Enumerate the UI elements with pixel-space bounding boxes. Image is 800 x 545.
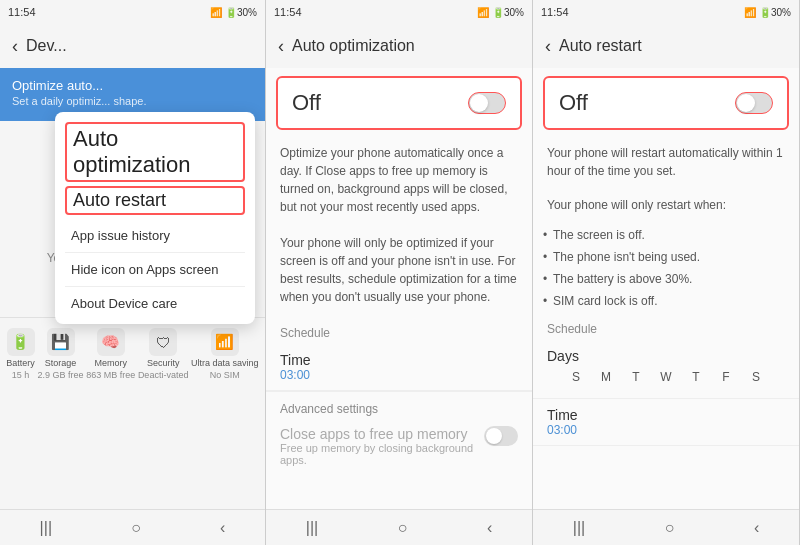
time-value-3: 03:00 bbox=[547, 423, 785, 437]
days-setting-3[interactable]: Days S M T W T F S bbox=[533, 340, 799, 399]
close-apps-sub: Free up memory by closing background app… bbox=[280, 442, 484, 466]
status-time-1: 11:54 bbox=[8, 6, 36, 18]
security-icon: 🛡 bbox=[149, 328, 177, 356]
top-bar-title-3: Auto restart bbox=[559, 37, 642, 55]
back-arrow-1[interactable]: ‹ bbox=[12, 36, 18, 57]
toggle-label-3: Off bbox=[559, 90, 588, 116]
day-S2: S bbox=[746, 370, 766, 384]
memory-label: Memory bbox=[94, 358, 127, 368]
dropdown-main-title: Auto optimization bbox=[73, 126, 190, 177]
security-label: Security bbox=[147, 358, 180, 368]
nav-recent-2[interactable]: ||| bbox=[306, 519, 318, 537]
memory-icon: 🧠 bbox=[97, 328, 125, 356]
nav-recent-1[interactable]: ||| bbox=[40, 519, 52, 537]
storage-icon: 💾 bbox=[47, 328, 75, 356]
description-2: Optimize your phone automatically once a… bbox=[266, 138, 532, 316]
bottom-icon-datasaving[interactable]: 📶 Ultra data saving No SIM bbox=[191, 328, 259, 380]
day-F: F bbox=[716, 370, 736, 384]
time-label-2: Time bbox=[280, 352, 518, 368]
nav-recent-3[interactable]: ||| bbox=[573, 519, 585, 537]
status-bar-1: 11:54 📶 🔋30% bbox=[0, 0, 265, 24]
back-arrow-2[interactable]: ‹ bbox=[278, 36, 284, 57]
nav-back-2[interactable]: ‹ bbox=[487, 519, 492, 537]
bottom-icon-security[interactable]: 🛡 Security Deacti-vated bbox=[138, 328, 189, 380]
status-bar-2: 11:54 📶 🔋30% bbox=[266, 0, 532, 24]
panel-2: 11:54 📶 🔋30% ‹ Auto optimization Off Opt… bbox=[266, 0, 533, 545]
nav-home-2[interactable]: ○ bbox=[398, 519, 408, 537]
day-T1: T bbox=[626, 370, 646, 384]
toggle-row-3: Off bbox=[543, 76, 789, 130]
nav-bar-3: ||| ○ ‹ bbox=[533, 509, 799, 545]
blue-header-sub: Set a daily optimiz... shape. bbox=[12, 95, 253, 107]
nav-back-3[interactable]: ‹ bbox=[754, 519, 759, 537]
storage-sub: 2.9 GB free bbox=[38, 370, 84, 380]
day-T2: T bbox=[686, 370, 706, 384]
time-label-3: Time bbox=[547, 407, 785, 423]
bullet-2: The battery is above 30%. bbox=[533, 268, 799, 290]
top-bar-title-2: Auto optimization bbox=[292, 37, 415, 55]
schedule-header-3: Schedule bbox=[533, 312, 799, 340]
toggle-switch-2[interactable] bbox=[468, 92, 506, 114]
advanced-header-2: Advanced settings bbox=[280, 402, 518, 416]
panel-1: 11:54 📶 🔋30% ‹ Dev... Auto optimization … bbox=[0, 0, 266, 545]
storage-label: Storage bbox=[45, 358, 77, 368]
battery-icon: 🔋 bbox=[7, 328, 35, 356]
memory-sub: 863 MB free bbox=[86, 370, 135, 380]
close-apps-switch[interactable] bbox=[484, 426, 518, 446]
status-time-2: 11:54 bbox=[274, 6, 302, 18]
description-3b: Your phone will only restart when: bbox=[533, 190, 799, 224]
dropdown-menu: Auto optimization Auto restart App issue… bbox=[55, 112, 255, 324]
panel-3: 11:54 📶 🔋30% ‹ Auto restart Off Your pho… bbox=[533, 0, 800, 545]
top-bar-1: ‹ Dev... bbox=[0, 24, 265, 68]
days-label-3: Days bbox=[547, 348, 785, 364]
time-setting-2[interactable]: Time 03:00 bbox=[266, 344, 532, 391]
top-bar-3: ‹ Auto restart bbox=[533, 24, 799, 68]
toggle-switch-3[interactable] bbox=[735, 92, 773, 114]
nav-bar-1: ||| ○ ‹ bbox=[0, 509, 265, 545]
battery-sub: 15 h bbox=[12, 370, 30, 380]
nav-bar-2: ||| ○ ‹ bbox=[266, 509, 532, 545]
top-bar-title-1: Dev... bbox=[26, 37, 67, 55]
time-value-2: 03:00 bbox=[280, 368, 518, 382]
status-icons-3: 📶 🔋30% bbox=[744, 7, 791, 18]
dropdown-item-0[interactable]: App issue history bbox=[55, 219, 255, 252]
status-time-3: 11:54 bbox=[541, 6, 569, 18]
nav-home-3[interactable]: ○ bbox=[665, 519, 675, 537]
advanced-section-2: Advanced settings Close apps to free up … bbox=[266, 391, 532, 476]
battery-label: Battery bbox=[6, 358, 35, 368]
panel1-content: Auto optimization Auto restart App issue… bbox=[0, 68, 265, 509]
day-M: M bbox=[596, 370, 616, 384]
bottom-icon-memory[interactable]: 🧠 Memory 863 MB free bbox=[86, 328, 135, 380]
bullet-1: The phone isn't being used. bbox=[533, 246, 799, 268]
day-W: W bbox=[656, 370, 676, 384]
status-icons-2: 📶 🔋30% bbox=[477, 7, 524, 18]
bullet-0: The screen is off. bbox=[533, 224, 799, 246]
description-3a: Your phone will restart automatically wi… bbox=[533, 138, 799, 190]
dropdown-sub-title-box: Auto restart bbox=[65, 186, 245, 215]
time-setting-3[interactable]: Time 03:00 bbox=[533, 399, 799, 446]
bottom-icon-storage[interactable]: 💾 Storage 2.9 GB free bbox=[38, 328, 84, 380]
nav-home-1[interactable]: ○ bbox=[131, 519, 141, 537]
bullet-3: SIM card lock is off. bbox=[533, 290, 799, 312]
close-apps-text: Close apps to free up memory Free up mem… bbox=[280, 426, 484, 466]
dropdown-item-2[interactable]: About Device care bbox=[55, 287, 255, 320]
bottom-icon-battery[interactable]: 🔋 Battery 15 h bbox=[6, 328, 35, 380]
status-icons-1: 📶 🔋30% bbox=[210, 7, 257, 18]
panel2-scroll: Off Optimize your phone automatically on… bbox=[266, 68, 532, 509]
nav-back-1[interactable]: ‹ bbox=[220, 519, 225, 537]
bottom-icons: 🔋 Battery 15 h 💾 Storage 2.9 GB free 🧠 M… bbox=[0, 317, 265, 385]
datasaving-icon: 📶 bbox=[211, 328, 239, 356]
toggle-row-2: Off bbox=[276, 76, 522, 130]
security-sub: Deacti-vated bbox=[138, 370, 189, 380]
datasaving-sub: No SIM bbox=[210, 370, 240, 380]
dropdown-item-1[interactable]: Hide icon on Apps screen bbox=[55, 253, 255, 286]
toggle-label-2: Off bbox=[292, 90, 321, 116]
top-bar-2: ‹ Auto optimization bbox=[266, 24, 532, 68]
schedule-header-2: Schedule bbox=[266, 316, 532, 344]
panel3-scroll: Off Your phone will restart automaticall… bbox=[533, 68, 799, 509]
dropdown-sub-title: Auto restart bbox=[73, 190, 166, 210]
day-S1: S bbox=[566, 370, 586, 384]
blue-header-title: Optimize auto... bbox=[12, 78, 253, 93]
back-arrow-3[interactable]: ‹ bbox=[545, 36, 551, 57]
close-apps-toggle-row: Close apps to free up memory Free up mem… bbox=[280, 420, 518, 472]
